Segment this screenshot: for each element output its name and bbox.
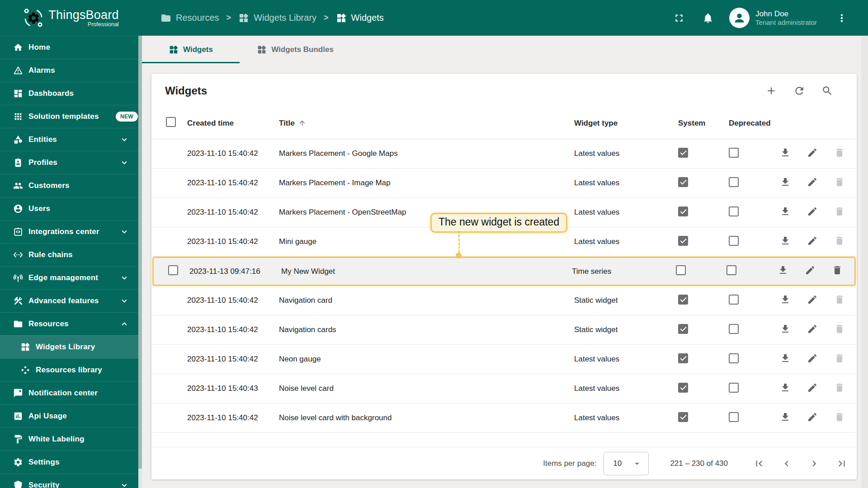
sidebar-item-users[interactable]: Users xyxy=(0,197,142,220)
sidebar-item-solution-templates[interactable]: Solution templatesNEW xyxy=(0,105,142,128)
delete-widget-button[interactable] xyxy=(834,206,845,219)
refresh-icon[interactable] xyxy=(793,85,805,97)
sidebar-item-settings[interactable]: Settings xyxy=(0,450,142,474)
sidebar-item-entities[interactable]: Entities xyxy=(0,128,142,151)
system-checkbox xyxy=(678,412,688,422)
download-widget-button[interactable] xyxy=(778,265,788,278)
sidebar-item-edge-management[interactable]: Edge management xyxy=(0,266,142,289)
sidebar-item-resources[interactable]: Resources xyxy=(0,312,142,335)
sidebar-item-resources-library[interactable]: Resources library xyxy=(0,358,142,381)
delete-widget-button[interactable] xyxy=(834,294,845,307)
download-widget-button[interactable] xyxy=(780,382,791,395)
select-all-checkbox[interactable] xyxy=(166,117,176,127)
delete-widget-button[interactable] xyxy=(834,412,845,425)
delete-widget-button[interactable] xyxy=(832,265,843,278)
more-menu-icon[interactable] xyxy=(836,12,848,24)
tab-widgets-bundles[interactable]: Widgets Bundles xyxy=(240,36,351,63)
add-widget-icon[interactable] xyxy=(765,85,777,97)
brand-edition: Professional xyxy=(88,21,119,28)
sidebar-scrollbar[interactable] xyxy=(138,36,142,488)
download-widget-button[interactable] xyxy=(780,412,791,425)
sidebar-item-home[interactable]: Home xyxy=(0,36,142,59)
delete-widget-button[interactable] xyxy=(834,324,845,337)
sidebar-item-security[interactable]: Security xyxy=(0,474,142,488)
first-page-button[interactable] xyxy=(753,458,765,469)
table-row[interactable]: 2023-11-10 15:40:42 Navigation cards Sta… xyxy=(151,315,857,345)
sidebar-item-integrations-center[interactable]: Integrations center xyxy=(0,220,142,243)
delete-widget-button[interactable] xyxy=(834,147,845,160)
table-empty-strip xyxy=(151,433,857,447)
delete-widget-button[interactable] xyxy=(834,235,845,249)
download-widget-button[interactable] xyxy=(780,235,791,249)
user-block[interactable]: John Doe Tenant administrator xyxy=(755,9,817,27)
sidebar-item-alarms[interactable]: Alarms xyxy=(0,59,142,82)
paginator: Items per page: 10 221 – 230 of 430 xyxy=(151,447,857,479)
cell-title: Mini gauge xyxy=(273,237,574,246)
download-widget-button[interactable] xyxy=(780,206,791,219)
tab-widgets[interactable]: Widgets xyxy=(142,36,240,63)
sidebar-item-notification-center[interactable]: Notification center xyxy=(0,381,142,404)
next-page-button[interactable] xyxy=(808,458,820,469)
breadcrumb-item-widgets-library[interactable]: Widgets Library xyxy=(238,13,316,23)
table-row[interactable]: 2023-11-10 15:40:42 Markers Placement - … xyxy=(151,169,857,198)
edit-widget-button[interactable] xyxy=(807,235,818,249)
edit-widget-button[interactable] xyxy=(807,294,818,307)
download-icon xyxy=(780,206,791,217)
table-row[interactable]: 2023-11-10 15:40:42 Neon gauge Latest va… xyxy=(151,345,857,374)
sidebar-item-advanced-features[interactable]: Advanced features xyxy=(0,289,142,312)
table-row[interactable]: 2023-11-13 09:47:16 My New Widget Time s… xyxy=(152,257,856,286)
fullscreen-icon[interactable] xyxy=(673,12,685,24)
sidebar-item-api-usage[interactable]: Api Usage xyxy=(0,404,142,427)
sidebar-item-widgets-library[interactable]: Widgets Library xyxy=(0,335,142,358)
download-widget-button[interactable] xyxy=(780,294,791,307)
edit-widget-button[interactable] xyxy=(807,353,818,366)
download-widget-button[interactable] xyxy=(780,147,791,160)
chevron-down-icon xyxy=(119,227,129,237)
widgets-icon xyxy=(336,13,347,23)
table-row[interactable]: 2023-11-10 15:40:42 Noise level card wit… xyxy=(151,404,857,433)
column-header-created-time[interactable]: Created time xyxy=(181,119,273,128)
sidebar-item-profiles[interactable]: Profiles xyxy=(0,151,142,174)
cell-title: Noise level card with background xyxy=(273,413,574,422)
breadcrumb-item-widgets[interactable]: Widgets xyxy=(336,13,384,23)
table-row[interactable]: 2023-11-10 15:40:42 Navigation card Stat… xyxy=(151,286,857,315)
breadcrumb-item-resources[interactable]: Resources xyxy=(160,13,219,23)
delete-widget-button[interactable] xyxy=(834,353,845,366)
edit-widget-button[interactable] xyxy=(807,324,818,337)
row-checkbox[interactable] xyxy=(168,265,178,275)
column-header-title[interactable]: Title xyxy=(273,119,574,128)
previous-page-button[interactable] xyxy=(781,458,793,469)
page-range-label: 221 – 230 of 430 xyxy=(670,459,728,468)
sidebar-item-rule-chains[interactable]: Rule chains xyxy=(0,243,142,266)
last-page-button[interactable] xyxy=(836,458,848,469)
notifications-bell-icon[interactable] xyxy=(702,12,714,24)
edit-widget-button[interactable] xyxy=(807,382,818,395)
sidebar-item-white-labeling[interactable]: White Labeling xyxy=(0,427,142,450)
delete-widget-button[interactable] xyxy=(834,382,845,395)
table-row[interactable]: 2023-11-10 15:40:43 Noise level card Lat… xyxy=(151,374,857,404)
table-row[interactable]: 2023-11-10 15:40:42 Markers Placement - … xyxy=(151,139,857,169)
chevron-down-icon xyxy=(119,480,129,488)
download-widget-button[interactable] xyxy=(780,177,791,190)
download-widget-button[interactable] xyxy=(780,353,791,366)
download-widget-button[interactable] xyxy=(780,324,791,337)
main-scrollbar[interactable] xyxy=(861,36,868,488)
sidebar-scrollbar-thumb[interactable] xyxy=(138,36,142,469)
brand-logo[interactable]: ThingsBoard Professional xyxy=(0,0,142,36)
edit-widget-button[interactable] xyxy=(807,412,818,425)
avatar[interactable] xyxy=(729,8,750,28)
sidebar-item-customers[interactable]: Customers xyxy=(0,174,142,197)
edit-widget-button[interactable] xyxy=(807,147,818,160)
edit-widget-button[interactable] xyxy=(807,206,818,219)
column-header-system[interactable]: System xyxy=(675,119,722,128)
column-header-deprecated[interactable]: Deprecated xyxy=(722,119,774,128)
column-header-widget-type[interactable]: Widget type xyxy=(574,119,675,128)
edit-widget-button[interactable] xyxy=(805,265,816,278)
delete-widget-button[interactable] xyxy=(834,177,845,190)
search-icon[interactable] xyxy=(821,85,833,97)
delete-icon xyxy=(834,235,845,246)
items-per-page-select[interactable]: 10 xyxy=(604,452,649,475)
notification-center-icon xyxy=(13,388,23,398)
sidebar-item-dashboards[interactable]: Dashboards xyxy=(0,82,142,105)
edit-widget-button[interactable] xyxy=(807,177,818,190)
